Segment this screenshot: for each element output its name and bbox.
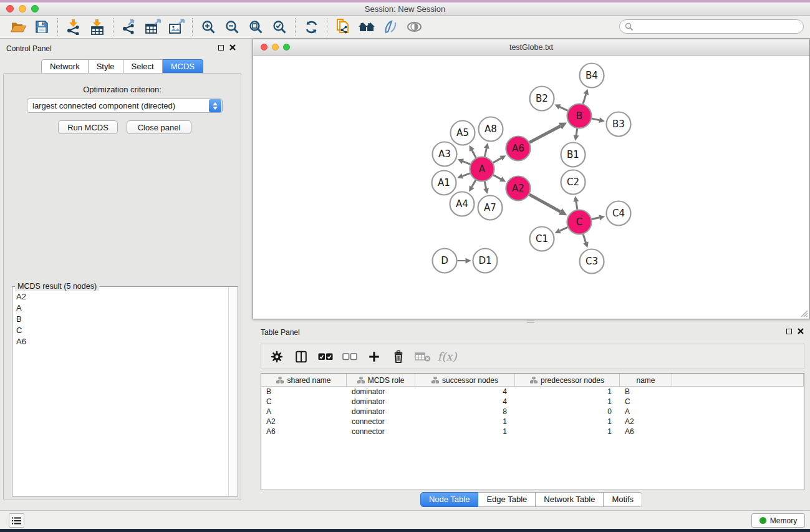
- result-item[interactable]: B: [13, 313, 229, 324]
- cell[interactable]: C: [620, 397, 672, 407]
- cell[interactable]: 0: [515, 407, 620, 417]
- cell[interactable]: A: [620, 407, 672, 417]
- search-field[interactable]: [619, 19, 804, 34]
- deselect-all-icon[interactable]: [340, 347, 359, 366]
- cell[interactable]: A2: [261, 417, 347, 427]
- close-panel-icon[interactable]: [229, 44, 236, 51]
- table-row[interactable]: A2connector11A2: [261, 417, 804, 427]
- edge-C-C3[interactable]: [583, 235, 586, 243]
- zoom-in-icon[interactable]: [196, 17, 220, 37]
- column-header-name[interactable]: name: [620, 374, 672, 387]
- window-controls[interactable]: [6, 5, 39, 12]
- edge-B-B2[interactable]: [560, 107, 568, 110]
- edge-A6-B[interactable]: [529, 126, 560, 142]
- zoom-selected-icon[interactable]: [268, 17, 291, 37]
- edge-C-C1[interactable]: [560, 227, 568, 231]
- home-icon[interactable]: [355, 17, 378, 37]
- table-row[interactable]: A6connector11A6: [261, 427, 804, 437]
- minimize-window-button[interactable]: [19, 5, 26, 12]
- close-view-button[interactable]: [261, 44, 268, 51]
- edge-B-B4[interactable]: [583, 94, 586, 104]
- close-panel-icon[interactable]: [798, 328, 804, 334]
- cell[interactable]: A2: [620, 417, 672, 427]
- float-panel-icon[interactable]: [786, 329, 792, 334]
- column-header-MCDS-role[interactable]: MCDS role: [347, 374, 415, 387]
- cell[interactable]: 1: [515, 387, 620, 397]
- cell[interactable]: 1: [515, 427, 620, 437]
- edge-A-A3[interactable]: [463, 162, 470, 165]
- show-hide-eye-icon[interactable]: [402, 17, 426, 37]
- tab-network[interactable]: Network: [41, 59, 89, 74]
- save-session-icon[interactable]: [30, 17, 54, 37]
- split-panel-icon[interactable]: [292, 347, 311, 366]
- edge-B-B1[interactable]: [576, 128, 577, 135]
- column-header-predecessor-nodes[interactable]: predecessor nodes: [515, 374, 620, 387]
- cell[interactable]: 1: [415, 427, 515, 437]
- cell[interactable]: 4: [415, 397, 515, 407]
- import-network-icon[interactable]: [62, 17, 85, 37]
- zoom-window-button[interactable]: [31, 5, 39, 12]
- edge-A-A2[interactable]: [493, 175, 501, 179]
- cell[interactable]: A6: [620, 427, 672, 437]
- cell[interactable]: 1: [515, 397, 620, 407]
- tab-motifs[interactable]: Motifs: [604, 492, 642, 507]
- network-graph[interactable]: B4B2BB3A8A5A6A3B1AC2A1A2A4A7C4CC1C3DD1: [254, 56, 809, 319]
- edge-A-A1[interactable]: [463, 173, 470, 176]
- delete-column-trash-icon[interactable]: [389, 347, 408, 366]
- tab-select[interactable]: Select: [123, 59, 163, 74]
- cell[interactable]: B: [620, 387, 672, 397]
- tab-node-table[interactable]: Node Table: [420, 492, 479, 507]
- cell[interactable]: dominator: [347, 407, 415, 417]
- cell[interactable]: C: [261, 397, 347, 407]
- cell[interactable]: A6: [261, 427, 347, 437]
- close-window-button[interactable]: [6, 5, 14, 12]
- table-row[interactable]: Bdominator41B: [261, 387, 804, 397]
- edge-C-C4[interactable]: [592, 218, 599, 220]
- export-image-icon[interactable]: [165, 17, 188, 37]
- cell[interactable]: dominator: [347, 397, 415, 407]
- minimize-view-button[interactable]: [272, 44, 279, 51]
- edge-A-A8[interactable]: [485, 148, 486, 157]
- edge-A2-C[interactable]: [529, 195, 561, 211]
- table-body[interactable]: Bdominator41BCdominator41CAdominator80AA…: [261, 387, 804, 437]
- window-resize-grip[interactable]: [800, 309, 808, 317]
- table-header-row[interactable]: shared nameMCDS rolesuccessor nodesprede…: [261, 374, 804, 387]
- task-history-button[interactable]: [9, 513, 24, 528]
- cell[interactable]: 1: [415, 417, 515, 427]
- select-all-checked-icon[interactable]: [316, 347, 335, 366]
- edge-A-A4[interactable]: [472, 180, 476, 187]
- tab-network-table[interactable]: Network Table: [536, 492, 604, 507]
- cell[interactable]: 4: [415, 387, 515, 397]
- memory-button[interactable]: Memory: [751, 513, 805, 528]
- new-network-from-selection-icon[interactable]: [331, 17, 355, 37]
- edge-A-A5[interactable]: [472, 150, 476, 158]
- export-network-icon[interactable]: [117, 17, 141, 37]
- mcds-result-list[interactable]: A2ABCA6: [13, 291, 229, 495]
- cell[interactable]: connector: [347, 417, 415, 427]
- edge-B-B3[interactable]: [592, 118, 599, 120]
- column-header-shared-name[interactable]: shared name: [261, 374, 347, 387]
- result-scrollbar[interactable]: [228, 287, 238, 496]
- tab-edge-table[interactable]: Edge Table: [478, 492, 536, 507]
- zoom-fit-icon[interactable]: [244, 17, 268, 37]
- open-session-icon[interactable]: [6, 17, 30, 37]
- cell[interactable]: A: [261, 407, 347, 417]
- style-brush-icon[interactable]: [378, 17, 402, 37]
- search-input[interactable]: [634, 21, 803, 32]
- column-header-successor-nodes[interactable]: successor nodes: [415, 374, 515, 387]
- cell[interactable]: B: [261, 387, 347, 397]
- import-table-icon[interactable]: [85, 17, 109, 37]
- float-panel-icon[interactable]: [218, 45, 224, 51]
- cell[interactable]: dominator: [347, 387, 415, 397]
- zoom-out-icon[interactable]: [220, 17, 244, 37]
- cell[interactable]: 8: [415, 407, 515, 417]
- table-row[interactable]: Cdominator41C: [261, 397, 804, 407]
- result-item[interactable]: A: [13, 302, 229, 313]
- export-table-icon[interactable]: [141, 17, 165, 37]
- tab-mcds[interactable]: MCDS: [163, 59, 203, 74]
- table-row[interactable]: Adominator80A: [261, 407, 804, 417]
- close-panel-button[interactable]: Close panel: [127, 120, 191, 134]
- result-item[interactable]: A2: [13, 291, 229, 302]
- edge-A-A7[interactable]: [485, 181, 486, 188]
- result-item[interactable]: A6: [13, 336, 229, 347]
